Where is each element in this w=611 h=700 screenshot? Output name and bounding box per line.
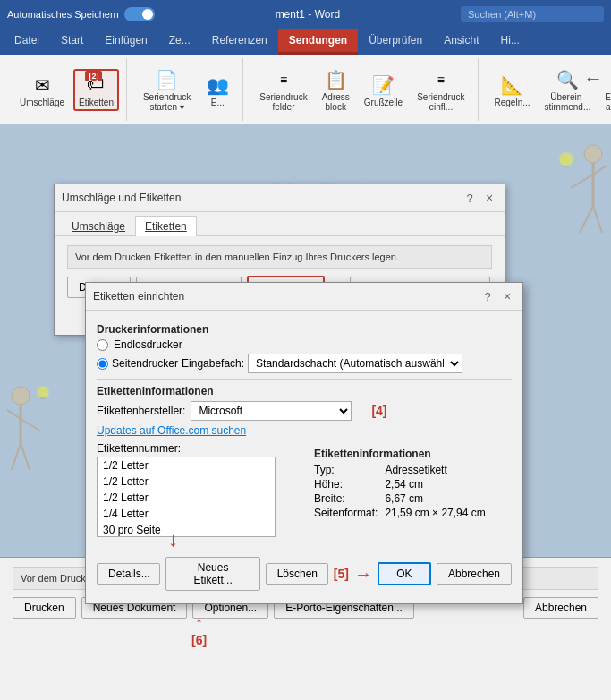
umschlaege-label: Umschläge [20,98,64,107]
list-item-2[interactable]: 1/2 Letter [98,490,275,506]
regeln-label: Regeln... [495,98,530,107]
hoehe-value: 2,54 cm [385,478,512,491]
tab-sendungen[interactable]: Sendungen [278,29,358,55]
etikett-info-grid: Typ: Adressetikett Höhe: 2,54 cm Breite:… [314,464,512,519]
nummer-label: Etikettennummer: [97,442,294,455]
figure-left [7,385,56,483]
seitendrucker-radio[interactable] [97,358,108,370]
tab-etiketten-dialog[interactable]: Etiketten [135,216,197,236]
seitendrucker-label: Seitendrucker [112,357,178,370]
tab-ueberpruefen[interactable]: Überprüfen [358,29,433,55]
dialog-envelopes-titlebar: Umschläge und Etiketten ? × [55,184,505,212]
format-value: 21,59 cm × 27,94 cm [385,507,512,519]
empfaenger-icon: 👥 [205,73,230,98]
tab-umschlaege[interactable]: Umschläge [62,216,135,236]
tab-ansicht[interactable]: Ansicht [433,29,489,55]
bottom-abbrechen-button[interactable]: Abbrechen [523,597,598,619]
seriendruckfelder-button[interactable]: ≡ Seriendruckfelder [254,64,312,115]
ribbon-group-erstellen: ✉ Umschläge 🏷 [2] Etiketten [7,58,127,121]
hersteller-label: Etikettenhersteller: [97,405,185,417]
breite-label: Breite: [314,492,378,505]
etikett-info-title: Etiketteninformationen [314,448,512,460]
grusszeile-button[interactable]: 📝 Grußzeile [359,69,408,111]
endlosdrucker-radio[interactable] [97,339,108,351]
ribbon-group-seriendruck: 📄 Seriendruckstarten ▾ 👥 E... [131,58,243,121]
doc-title: ment1 - Word [155,8,461,21]
seriendruckf2-button[interactable]: ≡ Seriendruckeinfl... [412,64,470,115]
svg-line-5 [593,206,602,233]
empfaenger-label: E... [211,98,225,107]
dialog-labels-titlebar: Etiketten einrichten ? × [86,283,522,311]
details-button[interactable]: Details... [97,563,160,585]
adressblock-icon: 📋 [323,67,348,92]
etiketten-label: Etiketten [79,98,114,107]
seriendruckf2-label: Seriendruckeinfl... [417,92,464,112]
dialog-envelopes-info: Vor dem Drucken Etiketten in den manuell… [67,245,492,269]
hoehe-label: Höhe: [314,478,378,491]
regeln-icon: 📐 [500,73,525,98]
annotation-6: [6] [191,633,207,647]
autosave-toggle[interactable] [124,7,155,21]
adressblock-button[interactable]: 📋 Adressblock [317,64,355,115]
tab-start[interactable]: Start [50,29,94,55]
etiketten-listbox[interactable]: 1/2 Letter 1/2 Letter 1/2 Letter 1/4 Let… [97,457,276,537]
svg-line-2 [571,175,593,188]
figure-right [553,143,607,251]
grusszeile-label: Grußzeile [364,98,403,107]
dialog-labels: Etiketten einrichten ? × Druckerinformat… [85,282,523,604]
badge-2: [2] [85,71,102,81]
abbrechen-button-2[interactable]: Abbrechen [437,563,512,585]
ubereinstimmend-icon: 🔍 [555,67,580,92]
seriendruckfelder-label: Seriendruckfelder [259,92,307,112]
ok-button[interactable]: OK [378,562,431,585]
etikaktu-label: Etikettenaktuali... [605,92,611,112]
list-item-1[interactable]: 1/2 Letter [98,474,275,490]
svg-point-8 [12,387,30,405]
tab-einfuegen[interactable]: Einfügen [94,29,157,55]
neues-etikett-button[interactable]: Neues Etikett... [165,557,259,591]
list-item-0[interactable]: 1/2 Letter [98,457,275,474]
typ-label: Typ: [314,464,378,476]
svg-line-11 [21,419,41,431]
arrow-to-regeln: ← [583,67,603,90]
seriendruckf2-icon: ≡ [429,67,454,92]
dialog-envelopes-close[interactable]: × [481,190,497,206]
seriendruck-button[interactable]: 📄 Seriendruckstarten ▾ [138,64,196,115]
tab-referenzen[interactable]: Referenzen [201,29,278,55]
typ-value: Adressetikett [385,464,512,476]
dialog-labels-close[interactable]: × [499,288,515,304]
tab-hi[interactable]: Hi... [490,29,530,55]
label-icon: 🏷 [2] [83,73,108,98]
dialog-envelopes-tabs: Umschläge Etiketten [55,212,505,236]
arrow-to-ok: → [354,564,372,585]
svg-line-4 [580,206,593,233]
dialog-envelopes-help[interactable]: ? [462,190,478,206]
svg-line-12 [12,443,21,470]
autosave-label: Automatisches Speichern [7,9,119,20]
eingabefach-select[interactable]: Standardschacht (Automatisch auswählen) [248,354,462,373]
search-input[interactable] [461,6,604,22]
svg-point-14 [37,386,49,398]
drucker-section-label: Druckerinformationen [97,323,512,336]
tab-datei[interactable]: Datei [4,29,50,55]
ribbon-content: ✉ Umschläge 🏷 [2] Etiketten [0,55,611,124]
adressblock-label: Adressblock [322,92,350,112]
regeln-button[interactable]: 📐 Regeln... [489,69,536,111]
dialog-labels-help[interactable]: ? [479,288,496,304]
endlosdrucker-label: Endlosdrucker [114,338,182,351]
tab-ze[interactable]: Ze... [158,29,201,55]
loeschen-button[interactable]: Löschen [266,563,328,585]
bottom-drucken-button[interactable]: Drucken [13,597,76,619]
list-item-4[interactable]: 30 pro Seite [98,522,275,537]
hersteller-select[interactable]: Microsoft [191,401,352,421]
office-link[interactable]: Updates auf Office.com suchen [97,424,512,437]
svg-line-13 [21,443,30,470]
etiketten-button[interactable]: 🏷 [2] Etiketten [73,69,119,111]
ribbon-group-felder: ≡ Seriendruckfelder 📋 Adressblock 📝 Gruß… [247,58,478,121]
umschlaege-button[interactable]: ✉ Umschläge [14,69,70,111]
svg-point-6 [559,152,573,166]
list-item-3[interactable]: 1/4 Letter [98,506,275,522]
annotation-4: [4] [371,404,386,418]
empfaenger-button[interactable]: 👥 E... [199,69,235,111]
svg-point-0 [584,145,602,163]
